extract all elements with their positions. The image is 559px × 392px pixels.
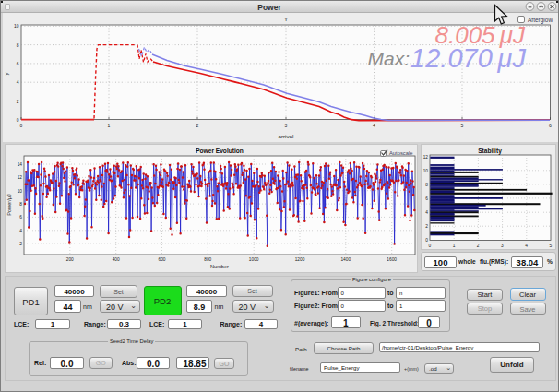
svg-text:6: 6: [549, 123, 552, 128]
svg-text:Max:: Max:: [367, 48, 410, 69]
svg-text:2: 2: [425, 224, 428, 229]
svg-text:4: 4: [525, 244, 528, 248]
svg-text:1000: 1000: [249, 257, 259, 262]
svg-text:2: 2: [19, 242, 22, 246]
svg-text:3: 3: [285, 123, 288, 128]
svg-text:12: 12: [423, 155, 429, 160]
svg-text:1: 1: [108, 123, 111, 128]
svg-text:4: 4: [19, 229, 22, 233]
svg-text:1: 1: [453, 244, 456, 248]
svg-text:2: 2: [196, 123, 199, 128]
svg-text:2: 2: [477, 244, 480, 248]
svg-text:8: 8: [425, 183, 428, 187]
svg-text:1200: 1200: [295, 257, 305, 262]
svg-text:5: 5: [549, 244, 552, 248]
svg-text:Number: Number: [210, 264, 229, 269]
svg-text:4: 4: [373, 123, 375, 128]
svg-text:14: 14: [18, 162, 23, 167]
svg-text:10: 10: [423, 169, 429, 173]
svg-text:5: 5: [461, 123, 464, 128]
svg-text:3: 3: [501, 244, 504, 248]
svg-text:10: 10: [14, 23, 19, 29]
svg-text:1400: 1400: [340, 257, 351, 262]
svg-text:0: 0: [20, 123, 23, 128]
svg-text:6: 6: [17, 61, 19, 66]
svg-text:800: 800: [204, 257, 211, 262]
svg-text:Power/μJ: Power/μJ: [6, 194, 12, 216]
svg-text:0: 0: [428, 244, 431, 248]
svg-text:2: 2: [17, 99, 19, 104]
svg-text:4: 4: [425, 210, 428, 215]
svg-text:8: 8: [19, 202, 22, 207]
svg-text:0: 0: [425, 238, 428, 243]
svg-text:200: 200: [66, 257, 74, 262]
svg-text:400: 400: [113, 257, 120, 262]
svg-text:12.070 μJ: 12.070 μJ: [410, 43, 526, 73]
svg-text:Stability: Stability: [478, 148, 502, 155]
svg-text:4: 4: [17, 79, 19, 85]
svg-text:1600: 1600: [387, 257, 397, 262]
svg-text:12: 12: [18, 175, 23, 180]
svg-text:6: 6: [19, 215, 22, 220]
svg-text:10: 10: [18, 189, 23, 194]
svg-text:600: 600: [158, 257, 165, 262]
svg-text:Power Evolution: Power Evolution: [196, 148, 244, 154]
svg-text:0: 0: [17, 117, 19, 123]
svg-text:arrival: arrival: [279, 133, 294, 139]
svg-text:6: 6: [425, 196, 428, 201]
svg-text:Y: Y: [284, 16, 288, 22]
svg-text:8: 8: [17, 42, 19, 48]
svg-text:y: y: [4, 73, 9, 76]
